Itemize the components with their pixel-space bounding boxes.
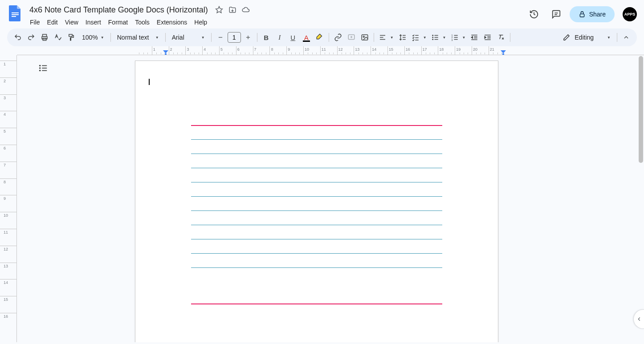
svg-rect-31	[434, 37, 438, 38]
italic-button[interactable]: I	[273, 31, 286, 44]
svg-rect-54	[42, 70, 47, 71]
svg-point-49	[39, 65, 41, 67]
separator	[211, 33, 212, 42]
zoom-dropdown[interactable]: 100% ▼	[78, 31, 108, 44]
clear-formatting-button[interactable]	[495, 31, 507, 44]
insert-image-button[interactable]	[359, 31, 371, 44]
scrollbar-thumb[interactable]	[639, 56, 643, 163]
paragraph-style-value: Normal text	[117, 34, 149, 41]
ruler-h-tick: 20	[472, 46, 489, 55]
ruler-v-tick: 7	[0, 162, 16, 178]
canvas-area[interactable]	[17, 55, 644, 342]
zoom-value: 100%	[82, 34, 98, 41]
menu-file[interactable]: File	[27, 17, 43, 28]
ruler-h-tick: 4	[202, 46, 219, 55]
font-size-input[interactable]	[228, 32, 241, 43]
align-dropdown[interactable]: ▼	[377, 31, 395, 44]
ruler-v-tick: 10	[0, 212, 16, 229]
menu-extensions[interactable]: Extensions	[154, 17, 190, 28]
outline-toggle-button[interactable]	[38, 63, 49, 74]
share-button[interactable]: Share	[570, 6, 615, 22]
ruler-v-tick: 9	[0, 195, 16, 212]
menu-edit[interactable]: Edit	[44, 17, 61, 28]
ruler-v-tick: 16	[0, 313, 16, 330]
chevron-down-icon: ▼	[461, 31, 468, 44]
separator	[510, 33, 510, 42]
ruler-v-tick: 11	[0, 229, 16, 246]
text-color-button[interactable]: A	[300, 31, 313, 44]
font-size-decrease[interactable]	[214, 31, 227, 44]
vertical-ruler[interactable]: 12345678910111213141516	[0, 55, 17, 342]
editing-mode-dropdown[interactable]: Editing ▼	[559, 31, 614, 44]
svg-point-17	[363, 36, 364, 37]
svg-rect-2	[12, 16, 16, 17]
ruler-h-tick: 7	[253, 46, 270, 55]
svg-rect-47	[165, 53, 167, 55]
bulleted-list-icon	[429, 31, 441, 44]
chevron-down-icon: ▼	[421, 31, 428, 44]
menu-insert[interactable]: Insert	[82, 17, 104, 28]
menu-format[interactable]: Format	[105, 17, 131, 28]
chevron-down-icon: ▼	[155, 36, 159, 40]
account-avatar[interactable]: APPS	[623, 7, 637, 21]
svg-point-29	[432, 39, 433, 40]
svg-point-53	[39, 70, 41, 72]
redo-button[interactable]	[25, 31, 37, 44]
menu-view[interactable]: View	[62, 17, 82, 28]
decrease-indent-button[interactable]	[468, 31, 481, 44]
ruler-h-tick: 17	[421, 46, 438, 55]
numbered-list-dropdown[interactable]: 123 ▼	[449, 31, 468, 44]
history-icon[interactable]	[525, 5, 543, 23]
ruler-v-tick: 14	[0, 279, 16, 296]
undo-button[interactable]	[12, 31, 24, 44]
svg-text:3: 3	[451, 39, 452, 41]
indent-marker-right[interactable]	[501, 50, 506, 55]
cloud-status-icon[interactable]	[241, 5, 251, 15]
ruler-h-tick: 14	[371, 46, 387, 55]
insert-comment-button[interactable]	[345, 31, 358, 44]
text-cursor	[149, 79, 150, 85]
paint-format-button[interactable]	[65, 31, 77, 44]
header-bar: 4x6 Note Card Template Google Docs (Hori…	[0, 0, 644, 28]
collapse-toolbar-button[interactable]	[620, 31, 632, 44]
notecard-blue-line	[191, 267, 442, 268]
move-icon[interactable]	[228, 5, 237, 15]
docs-logo[interactable]	[6, 4, 24, 22]
ruler-v-tick: 6	[0, 145, 16, 162]
spellcheck-button[interactable]	[52, 31, 64, 44]
star-icon[interactable]	[214, 5, 224, 15]
notecard-blue-line	[191, 154, 442, 154]
document-page[interactable]	[135, 61, 498, 342]
increase-indent-button[interactable]	[481, 31, 494, 44]
highlight-button[interactable]	[314, 31, 326, 44]
menu-tools[interactable]: Tools	[132, 17, 153, 28]
svg-point-28	[432, 37, 433, 38]
horizontal-ruler[interactable]: 123456789101112131415161718192021	[17, 46, 644, 55]
notecard-bottom-line	[191, 304, 442, 304]
vertical-scrollbar[interactable]	[638, 55, 644, 342]
paragraph-style-dropdown[interactable]: Normal text ▼	[114, 31, 163, 44]
notecard-blue-line	[191, 253, 442, 254]
underline-button[interactable]: U	[287, 31, 299, 44]
font-dropdown[interactable]: Arial ▼	[168, 31, 208, 44]
print-button[interactable]	[38, 31, 51, 44]
font-size-increase[interactable]	[242, 31, 254, 44]
checklist-dropdown[interactable]: ▼	[410, 31, 428, 44]
ruler-v-tick: 13	[0, 263, 16, 279]
line-spacing-button[interactable]	[396, 31, 409, 44]
svg-rect-48	[502, 53, 504, 55]
insert-link-button[interactable]	[332, 31, 344, 44]
bold-button[interactable]: B	[260, 31, 273, 44]
separator	[374, 33, 374, 42]
bulleted-list-dropdown[interactable]: ▼	[429, 31, 448, 44]
comments-icon[interactable]	[547, 5, 565, 23]
ruler-h-tick: 5	[219, 46, 236, 55]
document-title[interactable]: 4x6 Note Card Template Google Docs (Hori…	[27, 4, 211, 16]
menu-help[interactable]: Help	[191, 17, 210, 28]
indent-marker-left[interactable]	[163, 50, 168, 55]
svg-point-51	[39, 67, 41, 69]
chevron-down-icon: ▼	[607, 36, 611, 40]
svg-rect-30	[434, 35, 438, 36]
ruler-h-tick: 11	[320, 46, 337, 55]
ruler-h-tick: 6	[236, 46, 253, 55]
